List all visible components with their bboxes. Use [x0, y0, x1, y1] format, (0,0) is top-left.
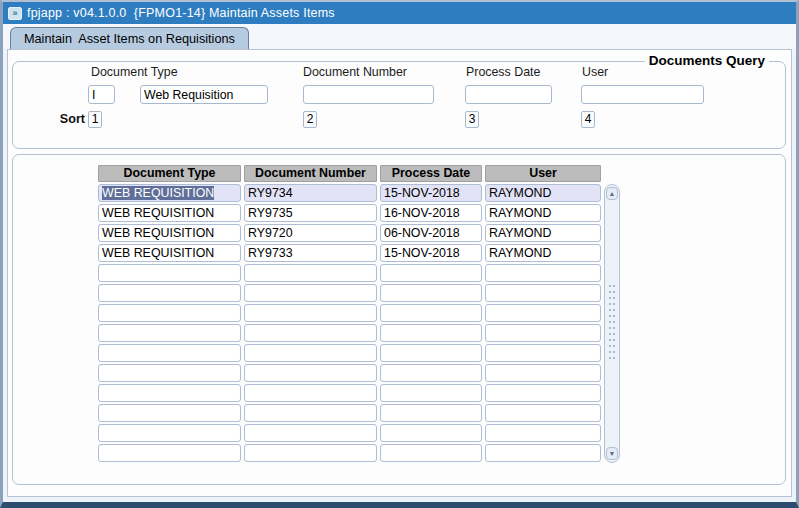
- scrollbar-grip[interactable]: [608, 283, 616, 363]
- table-cell[interactable]: [98, 384, 241, 402]
- table-cell[interactable]: [485, 424, 601, 442]
- tab-label: Maintain Asset Items on Requisitions: [24, 32, 235, 46]
- sort-label: Sort: [59, 112, 85, 126]
- table-cell[interactable]: [244, 344, 377, 362]
- table-cell[interactable]: [485, 264, 601, 282]
- scroll-down-icon[interactable]: ▼: [606, 447, 618, 460]
- column-header-document-type: Document Type: [98, 165, 241, 182]
- column-header-user: User: [485, 165, 601, 182]
- table-cell[interactable]: RY9720: [244, 224, 377, 242]
- window: » fpjapp : v04.1.0.0 {FPMO1-14} Maintain…: [0, 0, 799, 508]
- table-cell[interactable]: [485, 304, 601, 322]
- column-header-process-date: Process Date: [380, 165, 482, 182]
- process-date-input[interactable]: [465, 85, 552, 104]
- table-cell[interactable]: RAYMOND: [485, 244, 601, 262]
- tab-maintain-asset-items[interactable]: Maintain Asset Items on Requisitions: [10, 27, 249, 49]
- table-cell[interactable]: [244, 364, 377, 382]
- table-cell[interactable]: [98, 344, 241, 362]
- table-cell[interactable]: WEB REQUISITION: [98, 244, 241, 262]
- selected-text: WEB REQUISITION: [102, 186, 214, 200]
- table-cell[interactable]: WEB REQUISITION: [98, 224, 241, 242]
- table-cell[interactable]: [244, 304, 377, 322]
- table-cell[interactable]: [485, 344, 601, 362]
- table-cell[interactable]: [244, 324, 377, 342]
- table-cell[interactable]: [380, 264, 482, 282]
- title-bar: » fpjapp : v04.1.0.0 {FPMO1-14} Maintain…: [3, 2, 796, 24]
- documents-query-title: Documents Query: [645, 53, 769, 68]
- scroll-up-icon[interactable]: ▲: [606, 187, 618, 200]
- table-cell[interactable]: RAYMOND: [485, 224, 601, 242]
- document-type-label: Document Type: [91, 65, 178, 79]
- table-cell[interactable]: [98, 424, 241, 442]
- table-cell[interactable]: [485, 284, 601, 302]
- document-number-input[interactable]: [303, 85, 434, 104]
- table-cell[interactable]: 06-NOV-2018: [380, 224, 482, 242]
- sort-user[interactable]: 4: [581, 111, 595, 128]
- table-cell[interactable]: [380, 444, 482, 462]
- document-type-input[interactable]: [140, 85, 268, 104]
- table-cell[interactable]: [485, 324, 601, 342]
- table-cell[interactable]: WEB REQUISITION: [98, 204, 241, 222]
- user-input[interactable]: [581, 85, 704, 104]
- table-cell[interactable]: [244, 444, 377, 462]
- user-label: User: [582, 65, 608, 79]
- table-cell[interactable]: [485, 364, 601, 382]
- table-cell[interactable]: [244, 384, 377, 402]
- table-cell[interactable]: [485, 384, 601, 402]
- sort-process-date[interactable]: 3: [465, 111, 479, 128]
- table-cell[interactable]: 16-NOV-2018: [380, 204, 482, 222]
- table-cell[interactable]: [380, 424, 482, 442]
- column-header-document-number: Document Number: [244, 165, 377, 182]
- table-cell[interactable]: [380, 344, 482, 362]
- table-cell[interactable]: [98, 444, 241, 462]
- document-type-code-input[interactable]: [88, 85, 115, 104]
- table-cell[interactable]: [244, 424, 377, 442]
- tab-bar: Maintain Asset Items on Requisitions: [3, 24, 796, 49]
- table-cell[interactable]: [380, 324, 482, 342]
- table-cell[interactable]: [98, 284, 241, 302]
- table-cell[interactable]: WEB REQUISITION: [98, 184, 241, 202]
- table-cell[interactable]: [98, 304, 241, 322]
- table-cell[interactable]: [485, 404, 601, 422]
- table-cell[interactable]: [244, 404, 377, 422]
- table-cell[interactable]: 15-NOV-2018: [380, 244, 482, 262]
- table-cell[interactable]: [98, 364, 241, 382]
- table-cell[interactable]: RAYMOND: [485, 184, 601, 202]
- table-cell[interactable]: [244, 264, 377, 282]
- sort-document-type[interactable]: 1: [88, 111, 102, 128]
- table-cell[interactable]: [98, 404, 241, 422]
- sort-document-number[interactable]: 2: [303, 111, 317, 128]
- table-cell[interactable]: [380, 304, 482, 322]
- table-cell[interactable]: [380, 364, 482, 382]
- table-cell[interactable]: [98, 324, 241, 342]
- table-cell[interactable]: RY9735: [244, 204, 377, 222]
- table-cell[interactable]: [485, 444, 601, 462]
- table-cell[interactable]: [98, 264, 241, 282]
- table-cell[interactable]: [380, 384, 482, 402]
- document-number-label: Document Number: [303, 65, 407, 79]
- process-date-label: Process Date: [466, 65, 540, 79]
- window-title: fpjapp : v04.1.0.0 {FPMO1-14} Maintain A…: [27, 6, 335, 20]
- vertical-scrollbar[interactable]: ▲ ▼: [604, 184, 620, 463]
- app-icon: »: [8, 7, 22, 20]
- table-cell[interactable]: RY9733: [244, 244, 377, 262]
- table-cell[interactable]: [244, 284, 377, 302]
- table-cell[interactable]: [380, 404, 482, 422]
- table-cell[interactable]: [380, 284, 482, 302]
- table-cell[interactable]: RY9734: [244, 184, 377, 202]
- table-cell[interactable]: 15-NOV-2018: [380, 184, 482, 202]
- table-cell[interactable]: RAYMOND: [485, 204, 601, 222]
